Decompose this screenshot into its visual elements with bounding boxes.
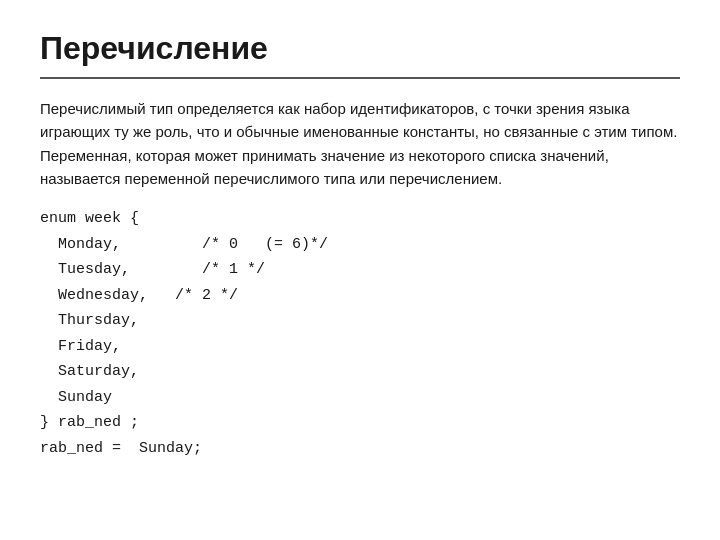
page-title: Перечисление	[40, 30, 680, 79]
description-text: Перечислимый тип определяется как набор …	[40, 97, 680, 190]
code-block: enum week { Monday, /* 0 (= 6)*/ Tuesday…	[40, 206, 680, 461]
